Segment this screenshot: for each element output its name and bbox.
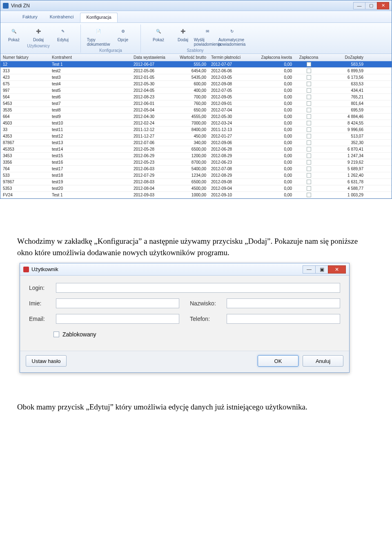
dialog-app-icon — [23, 267, 29, 272]
cell: test18 — [49, 172, 131, 179]
paid-checkbox[interactable] — [307, 167, 311, 171]
paid-checkbox[interactable] — [307, 75, 311, 80]
paid-checkbox[interactable] — [307, 186, 311, 191]
ribbon-wyslij-button[interactable]: ✉Wyślij powiadomienia — [196, 24, 218, 47]
paid-checkbox[interactable] — [307, 95, 311, 99]
minimize-button[interactable]: — — [353, 2, 365, 9]
paid-checkbox[interactable] — [307, 62, 311, 67]
pokaz2-icon: 🔍 — [153, 25, 164, 37]
paid-checkbox[interactable] — [307, 134, 311, 138]
table-row[interactable]: 5453test72012-06-01760,002012-09-010,008… — [0, 100, 392, 107]
paid-checkbox[interactable] — [307, 160, 311, 165]
tab-kontrahenci[interactable]: Kontrahenci — [44, 13, 80, 22]
maximize-button[interactable]: ▢ — [365, 2, 377, 9]
dodaj2-icon: ➕ — [177, 25, 189, 37]
col-header[interactable]: Zapłacona — [294, 54, 323, 61]
login-field[interactable] — [56, 283, 340, 293]
anuluj-button[interactable]: Anuluj — [303, 355, 343, 367]
table-row[interactable]: 45353test142012-05-286500,002012-06-280,… — [0, 146, 392, 153]
col-header[interactable]: DoZapłaty — [323, 54, 366, 61]
table-row[interactable]: 12Test 12012-06-07555,002012-07-070,0058… — [0, 61, 392, 68]
ribbon-typy-button[interactable]: 📄Typy dokumentów — [87, 24, 109, 47]
ribbon-pokaz-button[interactable]: 🔍Pokaż — [3, 24, 25, 43]
table-row[interactable]: 764test172012-06-035400,002012-07-080,00… — [0, 166, 392, 172]
table-row[interactable]: 5353test202012-08-044500,002012-09-040,0… — [0, 185, 392, 192]
cell: 5453 — [0, 100, 49, 107]
table-row[interactable]: 423test32012-01-055435,002012-03-050,006… — [0, 74, 392, 81]
paid-checkbox[interactable] — [307, 147, 311, 151]
ribbon-dodaj2-button[interactable]: ➕Dodaj — [172, 24, 194, 47]
paid-checkbox[interactable] — [307, 101, 311, 106]
cell: test11 — [49, 126, 131, 133]
paid-checkbox[interactable] — [307, 193, 311, 197]
close-button[interactable]: ✕ — [377, 2, 389, 9]
paid-checkbox[interactable] — [307, 173, 311, 178]
zablokowany-checkbox[interactable] — [53, 332, 59, 337]
cell: 0,00 — [249, 113, 294, 120]
table-row[interactable]: 675test42012-05-30600,002012-09-080,0063… — [0, 81, 392, 87]
ribbon-pokaz2-button[interactable]: 🔍Pokaż — [147, 24, 169, 47]
ribbon-edytuj-button[interactable]: ✎Edytuj — [52, 24, 74, 43]
email-field[interactable] — [56, 314, 179, 324]
table-row[interactable]: 33test112011-12-128400,002011-12-130,009… — [0, 127, 392, 133]
ustaw-haslo-button[interactable]: Ustaw hasło — [26, 355, 67, 367]
table-row[interactable]: 533test182012-07-291234,002012-08-290,00… — [0, 172, 392, 179]
ok-button[interactable]: OK — [258, 355, 298, 367]
table-row[interactable]: 313test22012-05-066454,002012-06-060,006… — [0, 68, 392, 74]
imie-field[interactable] — [56, 298, 179, 308]
table-row[interactable]: 997test52012-04-05400,002012-07-050,0043… — [0, 87, 392, 94]
col-header[interactable]: Kontrahent — [49, 54, 131, 61]
cell: 801,64 — [323, 100, 366, 107]
tab-konfiguracja[interactable]: Konfiguracja — [80, 13, 117, 22]
cell: 513,07 — [323, 133, 366, 140]
col-header[interactable]: Zapłacona kwota — [249, 54, 294, 61]
table-row[interactable]: 97867test192012-08-036500,002012-09-080,… — [0, 179, 392, 185]
paid-checkbox[interactable] — [307, 82, 311, 86]
paid-checkbox[interactable] — [307, 114, 311, 119]
ribbon-dodaj-button[interactable]: ➕Dodaj — [27, 24, 49, 43]
doc-paragraph-2: Obok mamy przycisk „Edytuj” który umożli… — [0, 385, 392, 421]
cell: 2012-06-28 — [209, 146, 249, 153]
dialog-maximize-button[interactable]: ▣ — [315, 265, 328, 274]
table-row[interactable]: 564test62012-08-23700,002012-09-050,0076… — [0, 94, 392, 100]
col-header[interactable]: Termin płatności — [209, 54, 249, 61]
ribbon-opcje-button[interactable]: ⚙Opcje — [112, 24, 134, 47]
paid-checkbox[interactable] — [307, 140, 311, 145]
cell: test6 — [49, 93, 131, 100]
table-row[interactable]: 87867test132012-07-06340,002012-09-060,0… — [0, 140, 392, 146]
cell: 2012-09-08 — [209, 178, 249, 185]
cell: 2012-05-30 — [131, 80, 172, 87]
wyslij-icon: ✉ — [202, 25, 213, 37]
cell: test14 — [49, 146, 131, 153]
telefon-field[interactable] — [227, 314, 340, 324]
paid-checkbox[interactable] — [307, 69, 311, 73]
paid-checkbox[interactable] — [307, 180, 311, 184]
opcje-icon: ⚙ — [117, 25, 129, 37]
paid-checkbox[interactable] — [307, 127, 311, 132]
nazwisko-field[interactable] — [227, 298, 340, 308]
tab-faktury[interactable]: Faktury — [17, 13, 43, 22]
table-row[interactable]: FV24Test 12012-09-031000,002012-09-100,0… — [0, 192, 392, 198]
cell: 0,00 — [249, 165, 294, 172]
col-header[interactable]: Data wystawienia — [131, 54, 172, 61]
dialog-minimize-button[interactable]: — — [303, 265, 316, 274]
col-header[interactable]: Numer faktury — [0, 54, 49, 61]
cell: test5 — [49, 87, 131, 94]
table-row[interactable]: 3356test162012-05-238700,002012-06-230,0… — [0, 159, 392, 166]
paid-checkbox[interactable] — [307, 121, 311, 125]
cell: test17 — [49, 165, 131, 172]
table-row[interactable]: 4353test122011-12-27450,002012-01-270,00… — [0, 133, 392, 140]
col-header[interactable]: Wartość brutto — [172, 54, 209, 61]
table-row[interactable]: 3535test82012-05-04650,002012-07-040,006… — [0, 107, 392, 113]
ribbon-auto-button[interactable]: ↻Automatyczne powiadomienia — [221, 24, 243, 47]
paid-checkbox[interactable] — [307, 154, 311, 158]
table-row[interactable]: 664test92012-04-304555,002012-05-300,004… — [0, 113, 392, 120]
cell: 2011-12-27 — [131, 133, 172, 140]
paid-checkbox[interactable] — [307, 108, 311, 112]
dialog-close-button[interactable]: ✕ — [328, 265, 346, 274]
cell: test3 — [49, 74, 131, 81]
cell: 2012-05-30 — [209, 113, 249, 120]
paid-checkbox[interactable] — [307, 88, 311, 93]
table-row[interactable]: 4503test102012-02-247000,002012-03-240,0… — [0, 120, 392, 127]
table-row[interactable]: 3453test152012-06-291200,002012-08-290,0… — [0, 153, 392, 159]
